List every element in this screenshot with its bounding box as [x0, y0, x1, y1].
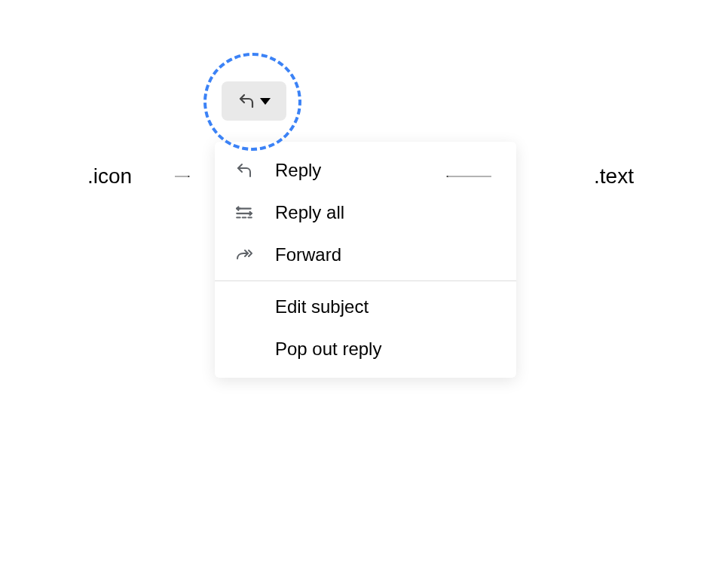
- annotation-label-text: .text: [594, 164, 634, 188]
- icon-placeholder: [234, 297, 254, 317]
- menu-item-edit-subject[interactable]: Edit subject: [215, 286, 516, 328]
- menu-item-label: Edit subject: [275, 296, 369, 317]
- menu-divider: [215, 280, 516, 281]
- svg-marker-8: [446, 176, 448, 177]
- annotation-arrow-icon: [145, 175, 220, 178]
- menu-item-reply-all[interactable]: Reply all: [215, 192, 516, 234]
- menu-item-label: Forward: [275, 244, 341, 265]
- menu-item-label: Pop out reply: [275, 339, 381, 360]
- forward-icon: [234, 245, 254, 265]
- menu-item-label: Reply: [275, 160, 321, 181]
- menu-item-label: Reply all: [275, 202, 344, 223]
- reply-all-icon: [234, 203, 254, 222]
- reply-icon: [237, 92, 255, 110]
- icon-placeholder: [234, 339, 254, 359]
- reply-icon: [234, 161, 254, 180]
- annotation-arrow-text: [356, 175, 582, 178]
- chevron-down-icon: [260, 98, 271, 105]
- reply-dropdown-trigger[interactable]: [222, 81, 286, 121]
- menu-item-pop-out-reply[interactable]: Pop out reply: [215, 328, 516, 370]
- annotation-label-icon: .icon: [87, 164, 132, 188]
- svg-marker-6: [188, 176, 190, 177]
- menu-item-forward[interactable]: Forward: [215, 234, 516, 276]
- menu-item-reply[interactable]: Reply: [215, 149, 516, 192]
